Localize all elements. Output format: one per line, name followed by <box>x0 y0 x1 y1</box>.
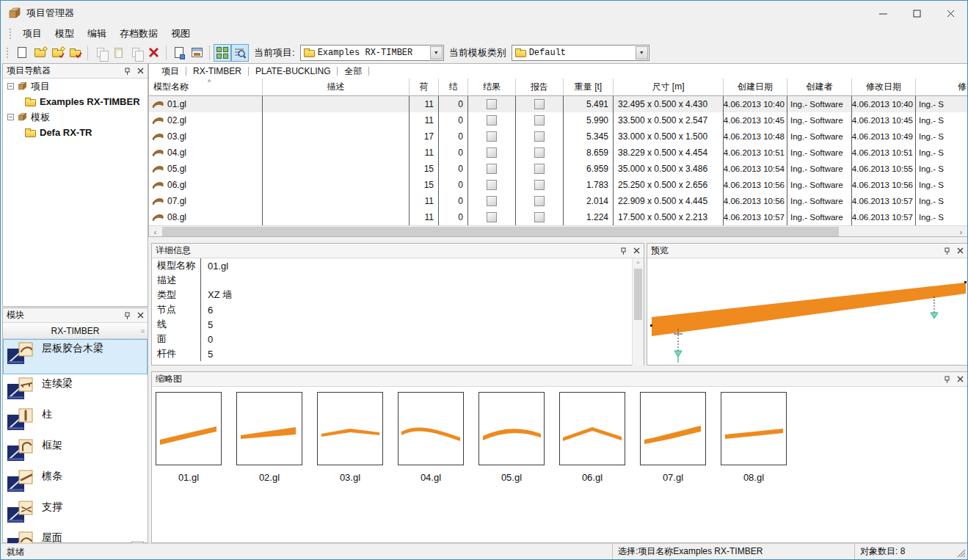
thumbnail-view-toggle[interactable] <box>214 44 231 62</box>
template-category-select[interactable]: Default ▼ <box>512 45 649 61</box>
table-row[interactable]: 05.gl 15 0 6.959 35.000 x 0.500 x 3.486 … <box>149 161 967 177</box>
report-checkbox[interactable] <box>534 164 545 174</box>
table-row[interactable]: 07.gl 11 0 2.014 22.909 x 0.500 x 4.445 … <box>149 193 967 209</box>
tab-all[interactable]: 全部 <box>338 65 368 78</box>
report-checkbox[interactable] <box>534 115 545 126</box>
results-checkbox[interactable] <box>487 131 497 142</box>
collapse-icon[interactable]: − <box>7 83 14 90</box>
column-header-weight[interactable]: 重量 [t] <box>564 79 614 95</box>
thumbnail-item[interactable]: 04.gl <box>398 392 464 483</box>
dropdown-arrow-icon[interactable]: ▼ <box>430 46 443 59</box>
delete-button[interactable] <box>145 44 162 62</box>
table-row[interactable]: 04.gl 11 0 8.659 38.229 x 0.500 x 4.454 … <box>149 145 967 161</box>
results-checkbox[interactable] <box>487 212 497 222</box>
column-header-report[interactable]: 报告 <box>516 79 564 95</box>
tree-item-examples-rx-timber[interactable]: Examples RX-TIMBER <box>3 94 148 109</box>
new-model-button[interactable] <box>13 44 31 62</box>
pin-icon[interactable] <box>944 376 950 383</box>
results-checkbox[interactable] <box>487 148 497 158</box>
scroll-up-icon[interactable]: ^ <box>633 260 644 266</box>
tab-rx-timber[interactable]: RX-TIMBER <box>186 66 248 76</box>
pin-icon[interactable] <box>620 247 627 255</box>
tree-item-default-template[interactable]: Defa RX-TR <box>3 125 148 140</box>
new-project-button[interactable] <box>31 44 48 62</box>
pin-icon[interactable] <box>124 312 131 319</box>
results-checkbox[interactable] <box>487 180 497 190</box>
close-panel-icon[interactable] <box>957 247 964 254</box>
results-checkbox[interactable] <box>487 164 497 174</box>
column-header-description[interactable]: 描述 <box>263 79 410 95</box>
report-checkbox[interactable] <box>534 148 545 158</box>
column-header-loads[interactable]: 荷 <box>410 79 439 95</box>
menu-edit[interactable]: 编辑 <box>81 26 113 42</box>
module-item-glulam-beam[interactable]: 层板胶合木梁 <box>3 339 148 374</box>
module-item-frame[interactable]: 框架 <box>3 436 148 467</box>
column-header-created[interactable]: 创建日期 <box>724 79 787 95</box>
table-row[interactable]: 08.gl 11 0 1.224 17.500 x 0.500 x 2.213 … <box>149 209 967 225</box>
tab-plate-buckling[interactable]: PLATE-BUCKLING <box>249 66 337 76</box>
open-project-button[interactable] <box>48 44 66 62</box>
connect-folder-button[interactable] <box>66 44 84 62</box>
horizontal-scrollbar[interactable]: ‹ › <box>149 225 967 237</box>
results-checkbox[interactable] <box>487 99 497 109</box>
pin-icon[interactable] <box>944 247 950 255</box>
close-panel-icon[interactable] <box>633 247 640 254</box>
details-scrollbar[interactable]: ^ <box>632 258 644 366</box>
table-row[interactable]: 01.gl 11 0 5.491 32.495 x 0.500 x 4.430 … <box>149 96 967 112</box>
thumbnail-item[interactable]: 05.gl <box>478 392 545 483</box>
module-item-purlin[interactable]: 檩条 <box>3 467 148 498</box>
detail-view-toggle[interactable] <box>231 44 249 62</box>
column-header-model-name[interactable]: 模型名称 <box>149 79 263 95</box>
report-checkbox[interactable] <box>534 99 545 109</box>
tree-node-templates[interactable]: − 模板 <box>3 109 148 125</box>
duplicate-button[interactable] <box>127 44 145 62</box>
module-item-brace[interactable]: 支撑 <box>3 498 148 528</box>
report-checkbox[interactable] <box>534 131 545 142</box>
thumbnail-item[interactable]: 08.gl <box>721 392 787 483</box>
menu-view[interactable]: 视图 <box>164 26 197 42</box>
column-header-modified[interactable]: 修改日期 <box>852 79 916 95</box>
report-checkbox[interactable] <box>534 196 545 206</box>
module-group-rx-timber[interactable]: RX-TIMBER ≡ <box>3 323 148 339</box>
paste-button[interactable] <box>109 44 127 62</box>
results-checkbox[interactable] <box>487 115 497 126</box>
table-row[interactable]: 06.gl 15 0 1.783 25.250 x 0.500 x 2.656 … <box>149 177 967 193</box>
close-panel-icon[interactable] <box>137 312 144 319</box>
close-button[interactable] <box>934 1 967 26</box>
thumbnail-item[interactable]: 03.gl <box>317 392 383 483</box>
resize-grip[interactable] <box>956 548 967 559</box>
copy-button[interactable] <box>92 44 109 62</box>
toolbar-grip[interactable] <box>7 48 9 58</box>
column-header-creator[interactable]: 创建者 <box>787 79 852 95</box>
thumbnail-item[interactable]: 06.gl <box>559 392 625 483</box>
close-panel-icon[interactable] <box>137 68 144 74</box>
table-row[interactable]: 02.gl 11 0 5.990 33.500 x 0.500 x 2.547 … <box>149 112 967 128</box>
scrollbar-thumb[interactable] <box>162 227 839 237</box>
menubar-grip[interactable] <box>10 29 12 39</box>
report-checkbox[interactable] <box>534 180 545 190</box>
scrollbar-thumb[interactable] <box>634 269 642 320</box>
tree-node-projects[interactable]: − 项目 <box>3 79 148 94</box>
tab-project[interactable]: 项目 <box>155 65 186 78</box>
menu-model[interactable]: 模型 <box>48 26 81 42</box>
module-item-continuous-beam[interactable]: 连续梁 <box>3 374 148 405</box>
dropdown-arrow-icon[interactable]: ▼ <box>636 46 648 59</box>
menu-project[interactable]: 项目 <box>16 26 48 42</box>
report-checkbox[interactable] <box>534 212 545 222</box>
archive-table-button[interactable] <box>188 44 205 62</box>
thumbnail-item[interactable]: 07.gl <box>640 392 706 483</box>
table-row[interactable]: 03.gl 17 0 5.345 33.000 x 0.500 x 1.500 … <box>149 128 967 145</box>
maximize-button[interactable] <box>900 1 934 26</box>
column-header-modifier[interactable]: 修改者 <box>916 79 968 95</box>
minimize-button[interactable] <box>866 1 900 26</box>
current-project-select[interactable]: Examples RX-TIMBER ▼ <box>300 45 444 61</box>
thumbnail-item[interactable]: 01.gl <box>156 392 222 483</box>
scroll-right-icon[interactable]: › <box>955 226 967 237</box>
module-item-column[interactable]: 柱 <box>3 405 148 436</box>
collapse-icon[interactable]: − <box>7 114 14 120</box>
column-header-struct[interactable]: 结 <box>439 79 468 95</box>
close-panel-icon[interactable] <box>957 376 964 382</box>
paste-model-button[interactable] <box>170 44 188 62</box>
column-header-size[interactable]: 尺寸 [m] <box>614 79 724 95</box>
scroll-left-icon[interactable]: ‹ <box>149 226 161 237</box>
